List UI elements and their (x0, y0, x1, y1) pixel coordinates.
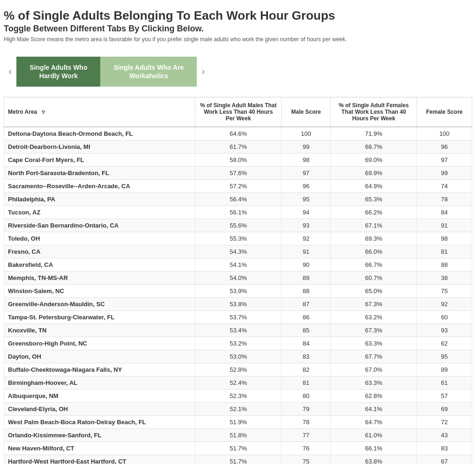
table-body: Deltona-Daytona Beach-Ormond Beach, FL64… (4, 127, 472, 464)
cell-female-score: 88 (416, 258, 472, 272)
cell-female-score: 83 (416, 442, 472, 455)
cell-male-score: 76 (282, 442, 331, 455)
page-wrapper: % of Single Adults Belonging To Each Wor… (0, 0, 476, 464)
cell-male-score: 81 (282, 376, 331, 390)
cell-metro: Greensboro-High Point, NC (4, 337, 195, 350)
cell-metro: Bakersfield, CA (4, 258, 195, 272)
table-row: New Haven-Milford, CT51.7%7666.1%83 (4, 442, 472, 455)
table-row: Philadelphia, PA56.4%9565.3%78 (4, 193, 472, 206)
cell-female-score: 92 (416, 298, 472, 311)
cell-male-score: 85 (282, 324, 331, 337)
col-metro: Metro Area ▿ (4, 97, 195, 127)
cell-female-pct: 69.0% (331, 154, 417, 167)
col-metro-label: Metro Area (8, 109, 37, 115)
cell-female-pct: 69.9% (331, 167, 417, 180)
cell-female-score: 89 (416, 363, 472, 376)
cell-male-score: 95 (282, 193, 331, 206)
cell-female-pct: 61.0% (331, 429, 417, 442)
table-row: Orlando-Kissimmee-Sanford, FL51.8%7761.0… (4, 429, 472, 442)
table-row: Toledo, OH55.3%9269.3%98 (4, 232, 472, 245)
cell-metro: Greenville-Anderson-Mauldin, SC (4, 298, 195, 311)
table-row: Dayton, OH53.0%8367.7%95 (4, 350, 472, 363)
cell-male-score: 84 (282, 337, 331, 350)
cell-female-score: 91 (416, 219, 472, 232)
cell-male-score: 82 (282, 363, 331, 376)
cell-male-pct: 57.2% (195, 180, 282, 193)
table-row: Hartford-West Hartford-East Hartford, CT… (4, 455, 472, 464)
cell-female-pct: 67.7% (331, 350, 417, 363)
cell-male-score: 100 (282, 127, 331, 140)
metro-filter-icon[interactable]: ▿ (42, 108, 45, 116)
cell-male-score: 80 (282, 390, 331, 403)
table-row: Albuquerque, NM52.3%8062.8%57 (4, 390, 472, 403)
cell-male-score: 94 (282, 206, 331, 219)
cell-female-pct: 66.0% (331, 245, 417, 258)
table-row: Buffalo-Cheektowaga-Niagara Falls, NY52.… (4, 363, 472, 376)
cell-female-pct: 63.3% (331, 337, 417, 350)
cell-male-pct: 54.3% (195, 245, 282, 258)
cell-metro: New Haven-Milford, CT (4, 442, 195, 455)
cell-female-pct: 66.7% (331, 258, 417, 272)
cell-female-score: 60 (416, 311, 472, 324)
col-male-pct: % of Single Adult Males That Work Less T… (195, 97, 282, 127)
table-section: Metro Area ▿ % of Single Adult Males Tha… (0, 97, 476, 464)
cell-metro: Sacramento--Roseville--Arden-Arcade, CA (4, 180, 195, 193)
cell-metro: Tucson, AZ (4, 206, 195, 219)
cell-metro: Fresno, CA (4, 245, 195, 258)
table-row: Greensboro-High Point, NC53.2%8463.3%62 (4, 337, 472, 350)
cell-male-pct: 53.0% (195, 350, 282, 363)
cell-male-score: 75 (282, 455, 331, 464)
cell-male-pct: 53.7% (195, 311, 282, 324)
cell-metro: West Palm Beach-Boca Raton-Delray Beach,… (4, 416, 195, 429)
cell-female-pct: 63.3% (331, 376, 417, 390)
cell-male-score: 96 (282, 180, 331, 193)
tab-hardly-work[interactable]: Single Adults WhoHardly Work (16, 57, 100, 87)
cell-female-pct: 64.1% (331, 403, 417, 416)
table-row: Detroit-Dearborn-Livonia, MI61.7%9968.7%… (4, 140, 472, 154)
cell-female-pct: 66.1% (331, 442, 417, 455)
table-row: Memphis, TN-MS-AR54.0%8960.7%38 (4, 272, 472, 285)
cell-female-pct: 60.7% (331, 272, 417, 285)
tab-workaholics[interactable]: Single Adults Who AreWorkaholics (100, 57, 197, 87)
cell-female-score: 95 (416, 350, 472, 363)
cell-female-score: 62 (416, 337, 472, 350)
table-row: North Port-Sarasota-Bradenton, FL57.6%97… (4, 167, 472, 180)
cell-male-pct: 56.1% (195, 206, 282, 219)
cell-male-score: 93 (282, 219, 331, 232)
cell-female-pct: 65.3% (331, 193, 417, 206)
cell-female-pct: 66.2% (331, 206, 417, 219)
cell-female-pct: 63.2% (331, 311, 417, 324)
cell-female-pct: 65.0% (331, 285, 417, 298)
cell-male-pct: 58.0% (195, 154, 282, 167)
page-description: High Male Score means the metro area is … (4, 36, 472, 44)
cell-male-pct: 54.1% (195, 258, 282, 272)
tab-arrow-left[interactable]: ‹ (4, 66, 16, 78)
cell-male-pct: 52.1% (195, 403, 282, 416)
table-row: Fresno, CA54.3%9166.0%81 (4, 245, 472, 258)
cell-male-pct: 61.7% (195, 140, 282, 154)
cell-female-pct: 69.3% (331, 232, 417, 245)
cell-male-score: 91 (282, 245, 331, 258)
cell-metro: Knoxville, TN (4, 324, 195, 337)
cell-female-pct: 62.8% (331, 390, 417, 403)
cell-metro: Hartford-West Hartford-East Hartford, CT (4, 455, 195, 464)
cell-female-pct: 67.0% (331, 363, 417, 376)
cell-female-pct: 67.3% (331, 324, 417, 337)
table-row: Winston-Salem, NC53.9%8865.0%75 (4, 285, 472, 298)
table-header-row: Metro Area ▿ % of Single Adult Males Tha… (4, 97, 472, 127)
cell-female-pct: 71.9% (331, 127, 417, 140)
cell-metro: Albuquerque, NM (4, 390, 195, 403)
cell-female-score: 100 (416, 127, 472, 140)
cell-female-score: 93 (416, 324, 472, 337)
cell-male-pct: 55.6% (195, 219, 282, 232)
cell-female-pct: 67.3% (331, 298, 417, 311)
cell-male-pct: 53.4% (195, 324, 282, 337)
table-row: Greenville-Anderson-Mauldin, SC53.8%8767… (4, 298, 472, 311)
cell-female-score: 81 (416, 245, 472, 258)
table-row: Birmingham-Hoover, AL52.4%8163.3%61 (4, 376, 472, 390)
cell-female-score: 74 (416, 180, 472, 193)
cell-female-pct: 64.7% (331, 416, 417, 429)
table-row: Deltona-Daytona Beach-Ormond Beach, FL64… (4, 127, 472, 140)
cell-metro: North Port-Sarasota-Bradenton, FL (4, 167, 195, 180)
tab-arrow-right[interactable]: › (197, 66, 209, 78)
